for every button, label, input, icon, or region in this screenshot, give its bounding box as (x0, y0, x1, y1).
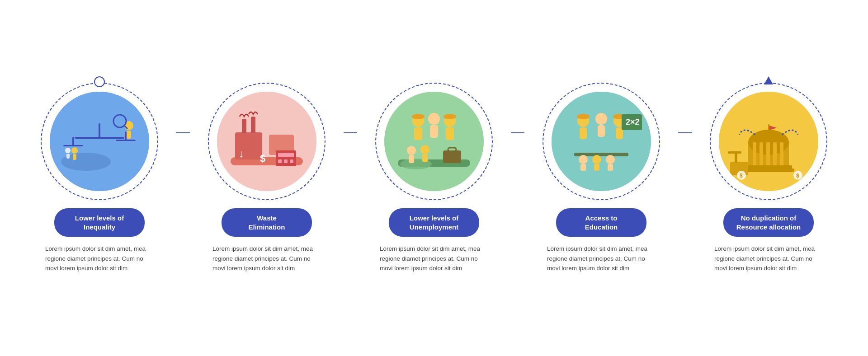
svg-text:$: $ (260, 153, 265, 164)
card-education: 2×2 Access to Education Lorem ipsum dolo… (524, 83, 678, 273)
svg-point-48 (577, 114, 590, 119)
svg-rect-25 (284, 159, 288, 163)
svg-point-0 (50, 92, 149, 191)
connector-1 (176, 132, 190, 133)
connector-3 (511, 132, 524, 133)
svg-rect-3 (99, 123, 100, 139)
svg-point-50 (595, 113, 607, 125)
description-inequality: Lorem ipsum dolor sit dim amet, mea regi… (45, 244, 154, 273)
card-waste: $ ↓ Waste Elimination Lorem ipsum dolor … (190, 83, 344, 273)
svg-rect-39 (443, 150, 461, 163)
badge-line2-unemp: Unemployment (410, 223, 458, 231)
icon-waste: $ ↓ (217, 92, 316, 191)
badge-line1-res: No duplication of (741, 214, 796, 222)
svg-point-62 (606, 155, 615, 164)
svg-rect-6 (125, 131, 127, 141)
icon-resource: $ $ (719, 92, 818, 191)
badge-line1-waste: Waste (257, 214, 277, 222)
connector-4 (678, 132, 692, 133)
svg-point-58 (579, 155, 588, 164)
connector-2 (344, 132, 357, 133)
svg-rect-43 (409, 155, 414, 163)
svg-rect-20 (251, 117, 255, 133)
svg-rect-63 (608, 164, 613, 171)
svg-point-16 (217, 92, 316, 191)
svg-point-33 (428, 113, 440, 125)
card-inequality: Lower levels of Inequality Lorem ipsum d… (23, 83, 176, 273)
badge-line2-edu: Education (585, 223, 618, 231)
badge-unemployment: Lower levels of Unemployment (389, 208, 479, 237)
circle-resource: $ $ (710, 83, 827, 200)
svg-point-44 (420, 145, 429, 154)
svg-rect-34 (430, 125, 438, 138)
svg-rect-74 (768, 124, 769, 136)
svg-rect-5 (63, 145, 83, 146)
svg-rect-71 (780, 142, 783, 166)
svg-rect-24 (278, 159, 282, 163)
badge-inequality: Lower levels of Inequality (54, 208, 145, 237)
infographic: Lower levels of Inequality Lorem ipsum d… (27, 69, 841, 287)
svg-rect-26 (290, 159, 293, 163)
svg-rect-23 (278, 153, 294, 157)
svg-point-12 (65, 148, 71, 153)
svg-rect-36 (446, 127, 454, 140)
svg-point-29 (384, 92, 484, 191)
svg-rect-73 (743, 169, 794, 172)
icon-education: 2×2 (552, 92, 651, 191)
badge-line2: Inequality (84, 223, 115, 231)
badge-line1: Lower levels of (75, 214, 124, 222)
badge-line1-edu: Access to (585, 214, 618, 222)
description-education: Lorem ipsum dolor sit dim amet, mea regi… (547, 244, 656, 273)
svg-rect-69 (766, 142, 770, 166)
icon-unemployment (384, 92, 484, 191)
svg-text:↓: ↓ (239, 147, 244, 159)
description-waste: Lorem ipsum dolor sit dim amet, mea regi… (212, 244, 321, 273)
svg-point-10 (71, 147, 78, 154)
svg-rect-51 (598, 125, 605, 137)
svg-rect-67 (753, 142, 756, 166)
card-unemployment: Lower levels of Unemployment Lorem ipsum… (357, 83, 511, 273)
card-resource: $ $ No duplication of Resource allocatio… (692, 83, 845, 273)
badge-education: Access to Education (556, 208, 646, 237)
svg-rect-11 (73, 154, 76, 160)
svg-rect-4 (72, 137, 74, 146)
svg-rect-61 (594, 164, 599, 171)
svg-rect-7 (116, 140, 136, 141)
svg-rect-59 (580, 164, 586, 171)
description-unemployment: Lorem ipsum dolor sit dim amet, mea regi… (380, 244, 488, 273)
svg-text:$: $ (796, 173, 799, 179)
svg-text:$: $ (740, 173, 743, 179)
svg-rect-70 (773, 142, 777, 166)
svg-text:2×2: 2×2 (626, 117, 640, 126)
badge-line1-unemp: Lower levels of (410, 214, 458, 222)
svg-rect-68 (760, 142, 763, 166)
badge-line2-res: Resource allocation (736, 223, 801, 231)
svg-rect-78 (728, 151, 741, 154)
circle-inequality (41, 83, 158, 200)
svg-rect-19 (242, 119, 246, 133)
circle-education: 2×2 (542, 83, 660, 200)
svg-point-32 (412, 114, 425, 119)
svg-rect-13 (66, 154, 70, 159)
svg-rect-49 (580, 127, 587, 139)
top-connector-circle (94, 76, 105, 87)
svg-rect-45 (422, 154, 428, 162)
circle-unemployment (375, 83, 493, 200)
svg-rect-9 (127, 131, 131, 139)
description-resource: Lorem ipsum dolor sit dim amet, mea regi… (714, 244, 823, 273)
icon-inequality (50, 92, 149, 191)
top-connector-triangle (764, 76, 773, 84)
svg-point-37 (443, 114, 456, 119)
svg-point-60 (592, 155, 601, 164)
svg-point-42 (407, 146, 416, 155)
badge-line2-waste: Elimination (249, 223, 285, 231)
svg-rect-72 (745, 165, 792, 169)
badge-resource: No duplication of Resource allocation (723, 208, 814, 237)
svg-rect-31 (414, 127, 422, 140)
circle-waste: $ ↓ (208, 83, 326, 200)
svg-rect-77 (735, 153, 737, 163)
badge-waste: Waste Elimination (222, 208, 312, 237)
svg-point-46 (552, 92, 651, 191)
